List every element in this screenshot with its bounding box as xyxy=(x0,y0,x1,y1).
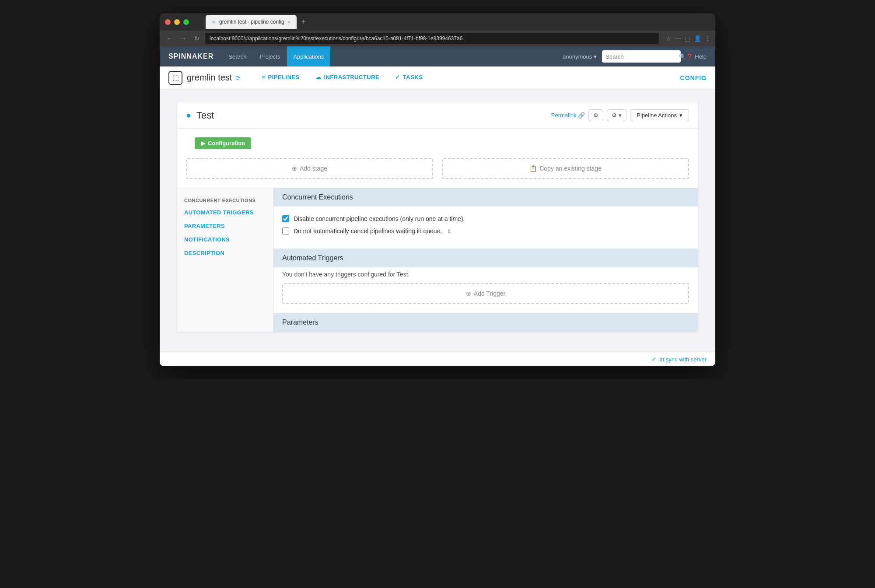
user-menu[interactable]: anonymous ▾ xyxy=(563,53,597,60)
config-badge-row: ▶ Configuration xyxy=(177,129,698,149)
maximize-dot[interactable] xyxy=(183,19,189,25)
sidebar-item-description[interactable]: DESCRIPTION xyxy=(177,246,273,260)
stage-buttons-row: ⊕ Add stage 📋 Copy an existing stage xyxy=(177,149,698,188)
pipeline-actions-button[interactable]: Pipeline Actions ▾ xyxy=(630,109,689,121)
config-arrow-icon: ▶ xyxy=(201,140,205,147)
more-button[interactable]: ⋯ xyxy=(675,35,681,42)
add-stage-icon: ⊕ xyxy=(292,165,297,172)
nav-applications[interactable]: Applications xyxy=(287,46,330,66)
nav-links: Search Projects Applications xyxy=(222,46,563,66)
back-button[interactable]: ← xyxy=(164,34,175,43)
tab-tasks[interactable]: ✓ TASKS xyxy=(387,66,430,89)
permalink-button[interactable]: Permalink 🔗 xyxy=(551,112,585,119)
concurrent-executions-header: CONCURRENT EXECUTIONS xyxy=(177,195,273,206)
sync-label: In sync with server xyxy=(659,356,707,363)
content-with-sidebar: CONCURRENT EXECUTIONS AUTOMATED TRIGGERS… xyxy=(177,188,698,332)
spinnaker-logo: SPINNAKER xyxy=(168,52,214,60)
disable-concurrent-label: Disable concurrent pipeline executions (… xyxy=(294,215,465,222)
main-content: ● Test Permalink 🔗 ⚙ ⚙ ▾ xyxy=(160,89,715,352)
checkbox-disable-concurrent: Disable concurrent pipeline executions (… xyxy=(282,215,689,222)
gear-dropdown-button[interactable]: ⚙ ▾ xyxy=(607,109,626,121)
copy-stage-button[interactable]: 📋 Copy an existing stage xyxy=(442,158,689,179)
search-input[interactable] xyxy=(606,53,679,60)
add-stage-button[interactable]: ⊕ Add stage xyxy=(186,158,433,179)
parameters-section: Parameters xyxy=(273,313,698,332)
pipelines-icon: ≡ xyxy=(262,74,265,80)
new-tab-button[interactable]: + xyxy=(299,18,308,27)
minimize-dot[interactable] xyxy=(174,19,180,25)
profile-button[interactable]: 👤 xyxy=(694,35,701,42)
sidebar-item-parameters[interactable]: PARAMETERS xyxy=(177,219,273,233)
username: anonymous xyxy=(563,53,592,60)
gear-icon: ⚙ xyxy=(593,112,598,119)
help-button[interactable]: ❓ Help xyxy=(686,53,707,60)
pipeline-title: Test xyxy=(196,110,551,121)
tasks-icon: ✓ xyxy=(395,74,400,80)
tab-title: gremlin test · pipeline config xyxy=(219,19,284,25)
cast-button[interactable]: ⬚ xyxy=(685,35,690,42)
settings-button[interactable]: ⚙ xyxy=(588,109,603,121)
close-dot[interactable] xyxy=(165,19,171,25)
sub-navigation: ⬚ gremlin test ⟳ ≡ PIPELINES ☁ INFRASTRU… xyxy=(160,66,715,89)
search-icon: 🔍 xyxy=(679,53,686,60)
top-navigation: SPINNAKER Search Projects Applications a… xyxy=(160,46,715,66)
sync-status: ✓ In sync with server xyxy=(651,356,707,363)
add-trigger-button[interactable]: ⊕ Add Trigger xyxy=(282,283,689,304)
add-trigger-icon: ⊕ xyxy=(466,290,471,297)
search-box: 🔍 xyxy=(602,50,681,63)
refresh-button[interactable]: ↻ xyxy=(192,34,202,43)
sidebar-item-notifications[interactable]: NOTIFICATIONS xyxy=(177,233,273,246)
pipeline-status-icon: ● xyxy=(186,110,191,120)
configuration-badge: ▶ Configuration xyxy=(195,137,251,149)
no-cancel-label: Do not automatically cancel pipelines wa… xyxy=(294,228,442,234)
app-icon: ⬚ xyxy=(168,71,182,85)
nav-search[interactable]: Search xyxy=(222,46,252,66)
main-panel: Concurrent Executions Disable concurrent… xyxy=(273,188,698,332)
concurrent-executions-body: Disable concurrent pipeline executions (… xyxy=(273,206,698,248)
pipeline-header: ● Test Permalink 🔗 ⚙ ⚙ ▾ xyxy=(177,102,698,129)
tab-infrastructure[interactable]: ☁ INFRASTRUCTURE xyxy=(308,66,387,89)
forward-button[interactable]: → xyxy=(178,34,189,43)
triggers-empty-message: You don't have any triggers configured f… xyxy=(273,267,698,283)
app-title: gremlin test xyxy=(187,73,232,83)
nav-projects[interactable]: Projects xyxy=(253,46,286,66)
tab-pipelines[interactable]: ≡ PIPELINES xyxy=(254,66,308,89)
infrastructure-icon: ☁ xyxy=(315,74,322,80)
active-tab[interactable]: ⟡ gremlin test · pipeline config × xyxy=(206,15,297,29)
configuration-label: Configuration xyxy=(208,140,245,147)
automated-triggers-section: Automated Triggers You don't have any tr… xyxy=(273,248,698,304)
bookmark-button[interactable]: ☆ xyxy=(666,35,672,42)
config-link[interactable]: CONFIG xyxy=(680,74,707,81)
sub-nav-links: ≡ PIPELINES ☁ INFRASTRUCTURE ✓ TASKS xyxy=(254,66,430,89)
concurrent-executions-section-header: Concurrent Executions xyxy=(273,188,698,206)
pipeline-actions: Permalink 🔗 ⚙ ⚙ ▾ Pipeline Actions ▾ xyxy=(551,109,689,121)
app-refresh-button[interactable]: ⟳ xyxy=(235,74,241,81)
pipeline-card: ● Test Permalink 🔗 ⚙ ⚙ ▾ xyxy=(177,102,698,332)
disable-concurrent-checkbox[interactable] xyxy=(282,215,289,222)
status-bar: ✓ In sync with server xyxy=(160,352,715,366)
no-cancel-checkbox[interactable] xyxy=(282,228,289,234)
pipeline-actions-caret-icon: ▾ xyxy=(679,112,682,119)
link-icon: 🔗 xyxy=(578,112,585,119)
gear-alt-icon: ⚙ xyxy=(612,112,617,119)
gear-caret-icon: ▾ xyxy=(619,112,622,119)
sidebar-item-automated-triggers[interactable]: AUTOMATED TRIGGERS xyxy=(177,206,273,219)
checkbox-no-cancel: Do not automatically cancel pipelines wa… xyxy=(282,228,689,234)
help-circle-icon: ❓ xyxy=(686,53,693,60)
menu-button[interactable]: ⋮ xyxy=(705,35,711,42)
user-caret-icon: ▾ xyxy=(594,53,597,60)
parameters-section-header: Parameters xyxy=(273,313,698,332)
tab-close-btn[interactable]: × xyxy=(288,19,290,24)
copy-stage-icon: 📋 xyxy=(529,165,537,172)
automated-triggers-header: Automated Triggers xyxy=(273,249,698,267)
address-bar[interactable] xyxy=(205,33,659,44)
info-icon: ℹ xyxy=(448,228,450,234)
nav-right: anonymous ▾ 🔍 ❓ Help xyxy=(563,50,707,63)
tab-favicon: ⟡ xyxy=(212,18,216,25)
sidebar: CONCURRENT EXECUTIONS AUTOMATED TRIGGERS… xyxy=(177,188,273,332)
sync-check-icon: ✓ xyxy=(651,356,657,363)
